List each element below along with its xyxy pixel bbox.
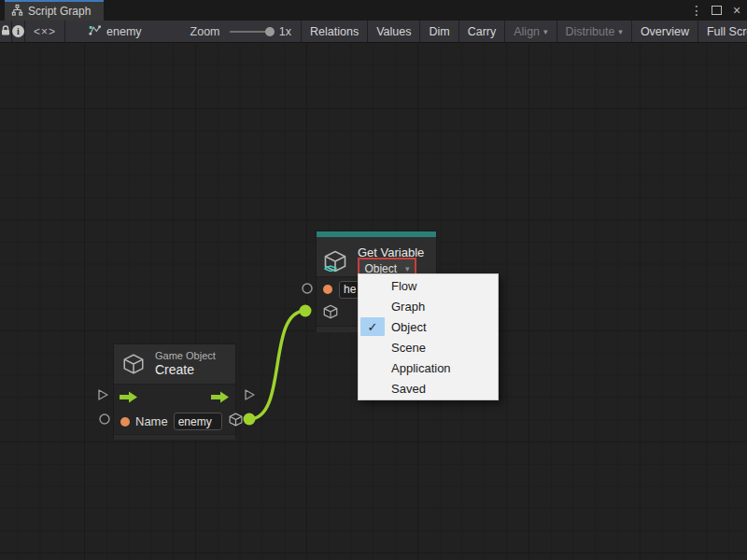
graph-breadcrumb[interactable]: enemy	[88, 24, 142, 39]
toolbar-button-values[interactable]: Values	[368, 21, 420, 42]
menu-item-object[interactable]: ✓ Object	[359, 316, 498, 337]
window-controls: ⋮ ×	[690, 0, 743, 21]
toolbar-button-overview[interactable]: Overview	[632, 21, 698, 42]
graph-breadcrumb-label: enemy	[106, 25, 142, 38]
value-input-port[interactable]	[98, 413, 111, 426]
menu-item-label: Object	[391, 320, 427, 334]
lock-button[interactable]	[0, 21, 12, 42]
hierarchy-icon	[11, 4, 23, 19]
node-footer	[114, 434, 235, 440]
flow-row	[114, 385, 235, 409]
chevron-down-icon: ▾	[405, 264, 410, 273]
wire-start-port	[244, 413, 256, 426]
name-label: Name	[135, 414, 168, 428]
menu-item-label: Saved	[391, 382, 426, 396]
zoom-slider[interactable]	[230, 31, 271, 33]
zoom-label: Zoom	[190, 25, 220, 38]
graph-toolbar: i <×> enemy Zoom 1x Relations Values	[0, 21, 747, 43]
check-icon: ✓	[368, 320, 378, 334]
flow-output-port[interactable]	[243, 388, 256, 401]
code-preview-button[interactable]: <×>	[25, 21, 65, 42]
menu-item-label: Application	[391, 361, 451, 375]
node-subtitle: Game Object	[155, 350, 216, 361]
toolbar-button-align[interactable]: Align ▾	[505, 21, 557, 42]
scope-dropdown-menu: Flow Graph ✓ Object Scene Application Sa…	[358, 273, 499, 400]
graph-canvas[interactable]: <> Get Variable Object ▾	[0, 43, 747, 560]
string-port-icon[interactable]	[323, 285, 332, 294]
button-label: Overview	[641, 25, 689, 38]
button-label: Relations	[310, 25, 359, 38]
menu-gutter	[360, 338, 385, 357]
menu-gutter	[360, 379, 385, 398]
node-header[interactable]: Game Object Create	[114, 344, 235, 385]
tab-title: Script Graph	[28, 5, 91, 18]
window-maximize-icon[interactable]	[712, 6, 722, 15]
menu-item-flow[interactable]: Flow	[359, 275, 498, 296]
button-label: Distribute	[566, 25, 615, 38]
toolbar-button-fullscreen[interactable]: Full Screen	[698, 21, 747, 42]
button-label: Carry	[468, 25, 497, 38]
button-label: Dim	[429, 25, 449, 38]
string-port-icon[interactable]	[120, 417, 130, 427]
menu-item-saved[interactable]: Saved	[359, 378, 498, 399]
gameobject-cube-icon[interactable]	[322, 303, 339, 324]
flow-in-arrow-icon[interactable]	[120, 391, 138, 403]
node-create-game-object[interactable]: Game Object Create Name	[113, 343, 236, 438]
name-parameter-row: Name	[114, 409, 235, 434]
menu-item-label: Scene	[391, 341, 426, 355]
menu-checked-gutter: ✓	[360, 317, 385, 336]
window-menu-icon[interactable]: ⋮	[690, 0, 703, 21]
name-value-input[interactable]	[174, 413, 222, 430]
toolbar-middle-section: enemy Zoom 1x	[65, 21, 302, 42]
node-header[interactable]: <> Get Variable Object ▾	[317, 237, 436, 277]
zoom-value: 1x	[279, 25, 291, 38]
flow-out-arrow-icon[interactable]	[211, 391, 230, 403]
toolbar-button-distribute[interactable]: Distribute ▾	[557, 21, 632, 42]
menu-gutter	[360, 358, 385, 377]
menu-item-label: Graph	[391, 300, 425, 314]
zoom-slider-handle[interactable]	[265, 27, 275, 36]
button-label: Full Screen	[707, 25, 747, 38]
button-label: Values	[376, 25, 411, 38]
menu-item-scene[interactable]: Scene	[359, 337, 498, 357]
toolbar-button-dim[interactable]: Dim	[420, 21, 458, 42]
menu-gutter	[360, 297, 385, 315]
info-button[interactable]: i	[12, 21, 25, 42]
wire-end-port	[300, 305, 312, 317]
flow-input-port[interactable]	[96, 388, 109, 401]
window-tab-bar: Script Graph ⋮ ×	[0, 0, 747, 21]
menu-item-application[interactable]: Application	[359, 357, 498, 378]
chevron-down-icon: ▾	[543, 27, 548, 36]
tab-script-graph[interactable]: Script Graph	[5, 0, 104, 21]
toolbar-button-carry[interactable]: Carry	[459, 21, 506, 42]
menu-gutter	[360, 276, 385, 295]
button-label: Align	[514, 25, 540, 38]
graph-icon	[88, 24, 102, 39]
chevron-down-icon: ▾	[618, 27, 623, 36]
gameobject-output-cube-icon[interactable]	[228, 412, 244, 431]
info-icon: i	[12, 25, 24, 37]
gameobject-cube-icon	[121, 352, 146, 380]
menu-item-label: Flow	[391, 279, 416, 293]
lock-icon	[0, 24, 11, 39]
toolbar-button-relations[interactable]: Relations	[302, 21, 368, 42]
node-title: Create	[155, 362, 194, 377]
window-close-icon[interactable]: ×	[730, 0, 743, 21]
variable-brackets-icon: <>	[324, 261, 336, 275]
menu-item-graph[interactable]: Graph	[359, 296, 498, 316]
name-input-port[interactable]	[301, 282, 314, 295]
code-icon: <×>	[34, 25, 56, 38]
